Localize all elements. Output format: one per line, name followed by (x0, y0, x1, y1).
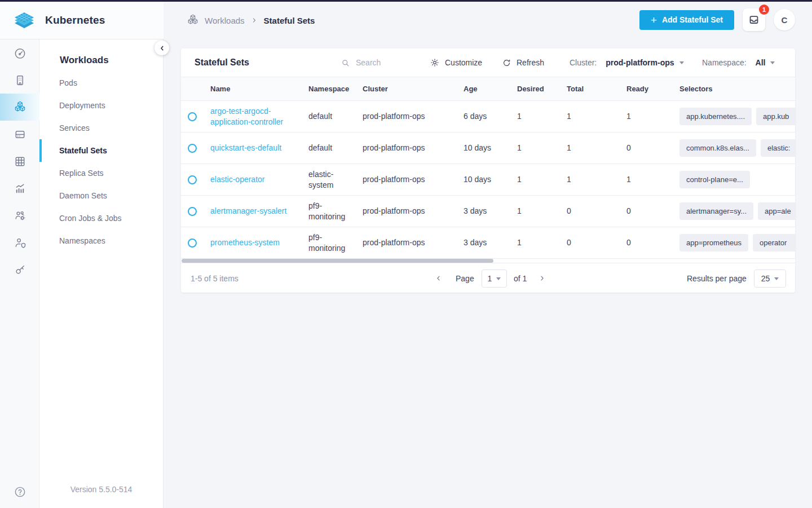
results-per-page-select[interactable]: 25 (754, 270, 786, 288)
breadcrumb-current: Stateful Sets (264, 16, 315, 25)
previous-page-button[interactable] (434, 263, 443, 293)
sidebar-item-cron-jobs[interactable]: Cron Jobs & Jobs (39, 207, 163, 229)
pagination-bar: 1-5 of 5 items Page 1 of 1 (181, 263, 795, 293)
cell-namespace: pf9-monitoring (308, 201, 363, 222)
refresh-label: Refresh (517, 58, 544, 67)
cell-ready: 1 (626, 111, 679, 122)
cell-desired: 1 (517, 111, 567, 122)
page-select-value: 1 (488, 274, 492, 283)
app-title: Kubernetes (45, 14, 105, 26)
stateful-set-link[interactable]: elastic-operator (210, 175, 265, 184)
search-input[interactable] (356, 58, 429, 67)
cell-total: 1 (567, 111, 626, 122)
row-radio[interactable] (188, 175, 197, 184)
rail-item-storage[interactable] (0, 121, 39, 148)
page-label: Page (456, 263, 474, 293)
breadcrumb-parent[interactable]: Workloads (205, 16, 245, 25)
notifications-button[interactable]: 1 (743, 8, 765, 31)
stateful-set-link[interactable]: argo-test-argocd-application-controller (210, 107, 283, 126)
customize-button[interactable]: Customize (430, 48, 482, 77)
row-radio[interactable] (188, 144, 197, 153)
row-radio[interactable] (188, 238, 197, 248)
cell-desired: 1 (517, 237, 567, 248)
table-row: alertmanager-sysalert pf9-monitoring pro… (181, 196, 795, 227)
top-accent-bar (0, 0, 812, 2)
results-select-value: 25 (761, 274, 770, 283)
search-icon (341, 58, 350, 68)
sidebar-item-label: Daemon Sets (59, 191, 107, 200)
rail-item-workloads[interactable] (0, 94, 39, 121)
breadcrumb: Workloads Stateful Sets (187, 14, 315, 26)
sidebar-item-stateful-sets[interactable]: Stateful Sets (39, 139, 163, 162)
namespace-select[interactable]: All (756, 58, 775, 67)
add-button-label: Add Stateful Set (662, 15, 723, 24)
icon-rail (0, 39, 39, 508)
stateful-set-link[interactable]: quickstart-es-default (210, 143, 281, 152)
cell-age: 6 days (464, 111, 517, 122)
cluster-dropdown: Cluster: prod-platform-ops (570, 48, 684, 77)
selector-chip: app=prometheus (679, 234, 748, 252)
kubernetes-logo-icon (11, 10, 37, 30)
cell-namespace: elastic-system (308, 169, 363, 191)
column-header-cluster: Cluster (363, 85, 464, 93)
cell-desired: 1 (517, 174, 567, 185)
sidebar-item-services[interactable]: Services (39, 117, 163, 139)
cell-selectors: app.kubernetes.... app.kub (679, 108, 795, 126)
rail-item-infrastructure[interactable] (0, 67, 39, 94)
sidebar-item-daemon-sets[interactable]: Daemon Sets (39, 184, 163, 207)
app-root: Kubernetes (0, 0, 812, 508)
rail-item-apps[interactable] (0, 148, 39, 175)
caret-down-icon (774, 277, 779, 280)
monitoring-chart-icon (14, 182, 27, 195)
column-header-namespace: Namespace (308, 85, 363, 93)
add-stateful-set-button[interactable]: + Add Stateful Set (639, 10, 734, 30)
selector-chip: control-plane=e... (679, 171, 750, 189)
horizontal-scrollbar[interactable] (182, 259, 493, 263)
rail-item-user-management[interactable] (0, 202, 39, 229)
results-per-page-label: Results per page (687, 263, 747, 293)
sidebar-item-deployments[interactable]: Deployments (39, 94, 163, 117)
cell-total: 1 (567, 143, 626, 153)
page-select[interactable]: 1 (482, 270, 507, 288)
stateful-set-link[interactable]: prometheus-system (210, 238, 280, 247)
sidebar-collapse-button[interactable] (155, 41, 169, 55)
table-body: argo-test-argocd-application-controller … (181, 101, 795, 259)
refresh-icon (502, 58, 511, 68)
rail-item-monitoring[interactable] (0, 175, 39, 202)
header-actions: + Add Stateful Set 1 C (639, 8, 795, 31)
caret-down-icon (679, 61, 684, 64)
sidebar-item-label: Replica Sets (59, 169, 104, 178)
cell-total: 0 (567, 237, 626, 248)
cell-selectors: common.k8s.elas... elastic: (679, 139, 795, 157)
row-radio[interactable] (188, 112, 197, 121)
apps-grid-icon (14, 155, 27, 168)
rail-item-user-security[interactable] (0, 229, 39, 256)
workloads-cubes-icon (14, 101, 27, 114)
column-header-age: Age (464, 85, 517, 93)
next-page-button[interactable] (538, 263, 546, 293)
rail-item-dashboard[interactable] (0, 39, 39, 67)
cluster-select[interactable]: prod-platform-ops (606, 58, 683, 67)
cell-age: 3 days (464, 237, 517, 248)
sidebar-item-pods[interactable]: Pods (39, 72, 163, 94)
cell-cluster: prod-platform-ops (363, 174, 464, 185)
cell-age: 10 days (464, 174, 517, 185)
items-summary: 1-5 of 5 items (191, 263, 239, 293)
cell-namespace: default (308, 111, 363, 122)
refresh-button[interactable]: Refresh (502, 48, 544, 77)
cell-cluster: prod-platform-ops (363, 111, 464, 122)
sidebar-item-replica-sets[interactable]: Replica Sets (39, 162, 163, 184)
row-radio[interactable] (188, 207, 197, 216)
table-header-row: Name Namespace Cluster Age Desired Total… (181, 77, 795, 101)
cell-namespace: default (308, 143, 363, 153)
cell-cluster: prod-platform-ops (363, 206, 464, 217)
avatar[interactable]: C (774, 9, 795, 30)
sidebar-item-label: Stateful Sets (59, 146, 107, 155)
sidebar-item-namespaces[interactable]: Namespaces (39, 229, 163, 252)
cluster-value: prod-platform-ops (606, 58, 674, 67)
stateful-set-link[interactable]: alertmanager-sysalert (210, 206, 286, 215)
cluster-label: Cluster: (570, 58, 597, 67)
cell-selectors: app=prometheus operator (679, 234, 795, 252)
rail-item-api-access[interactable] (0, 256, 39, 283)
help-button[interactable] (0, 485, 39, 498)
